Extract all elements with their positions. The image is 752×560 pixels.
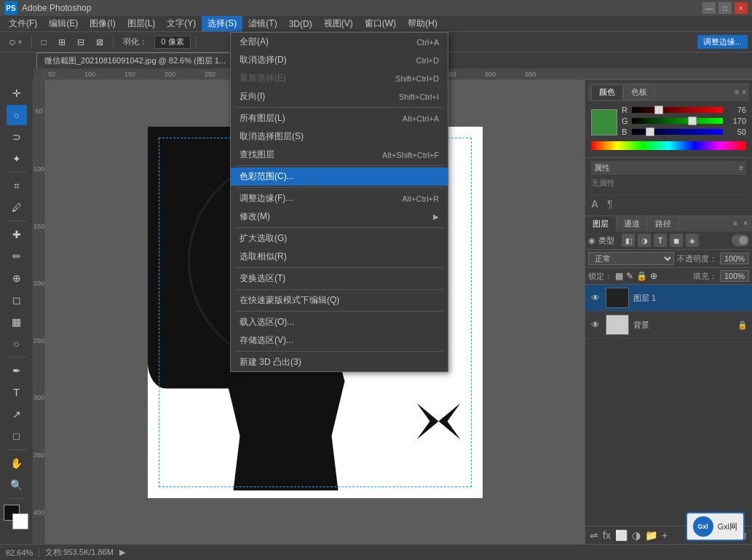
brush-tool[interactable]: ✏ xyxy=(7,246,27,267)
menu-filter[interactable]: 滤镜(T) xyxy=(242,16,282,31)
lock-all-icon[interactable]: 🔒 xyxy=(636,271,647,281)
menu-transform-selection[interactable]: 变换选区(T) xyxy=(231,269,448,288)
tab-swatches[interactable]: 色板 xyxy=(623,84,655,100)
crop-tool[interactable]: ⌗ xyxy=(7,176,27,196)
panel-menu-icon[interactable]: ≡ xyxy=(735,88,739,96)
move-tool[interactable]: ✛ xyxy=(7,83,27,103)
hand-tool[interactable]: ✋ xyxy=(7,453,27,473)
subtract-selection-icon[interactable]: ⊟ xyxy=(73,36,89,49)
color-spectrum-bar[interactable] xyxy=(591,141,746,150)
add-mask-icon[interactable]: ⬜ xyxy=(615,529,628,541)
layer-1-visibility[interactable]: 👁 xyxy=(590,292,601,304)
magic-wand-tool[interactable]: ✦ xyxy=(7,149,27,169)
green-slider[interactable] xyxy=(632,118,723,124)
menu-inverse[interactable]: 反向(I) Shift+Ctrl+I xyxy=(231,87,448,106)
red-slider[interactable] xyxy=(632,107,723,113)
menu-layer[interactable]: 图层(L) xyxy=(122,16,162,31)
lock-art-icon[interactable]: ⊕ xyxy=(650,271,657,281)
menu-save-selection[interactable]: 存储选区(V)... xyxy=(231,331,448,350)
marquee-tool[interactable]: ○ xyxy=(7,105,27,125)
type-tool[interactable]: T xyxy=(7,382,27,403)
blue-thumb[interactable] xyxy=(646,127,654,136)
green-thumb[interactable] xyxy=(688,117,697,125)
tab-channels[interactable]: 通道 xyxy=(617,216,648,232)
lock-position-icon[interactable]: ✎ xyxy=(626,271,633,281)
gradient-tool[interactable]: ▦ xyxy=(7,312,27,332)
pen-tool[interactable]: ✒ xyxy=(7,360,27,381)
clone-tool[interactable]: ⊕ xyxy=(7,268,27,288)
menu-refine-edge[interactable]: 调整边缘(F)... Alt+Ctrl+R xyxy=(231,189,448,208)
create-group-icon[interactable]: 📁 xyxy=(645,529,657,541)
layer-2-visibility[interactable]: 👁 xyxy=(590,319,601,331)
zoom-tool[interactable]: 🔍 xyxy=(7,475,27,495)
menu-find-layer[interactable]: 查找图层 Alt+Shift+Ctrl+F xyxy=(231,146,448,164)
new-selection-icon[interactable]: □ xyxy=(37,36,51,49)
menu-all-layers[interactable]: 所有图层(L) Alt+Ctrl+A xyxy=(231,109,448,127)
tab-paths[interactable]: 路径 xyxy=(648,216,679,232)
menu-window[interactable]: 窗口(W) xyxy=(359,16,402,31)
background-color[interactable] xyxy=(12,513,28,529)
file-tab-active[interactable]: 微信截图_20210816091042.jpg @ 82.6% (图层 1... xyxy=(36,52,234,68)
blue-slider[interactable] xyxy=(632,129,723,135)
menu-similar[interactable]: 选取相似(R) xyxy=(231,248,448,266)
menu-select[interactable]: 选择(S) xyxy=(202,16,242,31)
filter-shape-icon[interactable]: ◼ xyxy=(670,234,683,247)
new-layer-icon[interactable]: + xyxy=(662,529,668,541)
layer-row-1[interactable]: 👁 图层 1 xyxy=(585,285,752,312)
layers-menu-icon[interactable]: ≡ xyxy=(732,218,739,230)
filter-toggle[interactable] xyxy=(732,234,749,246)
menu-help[interactable]: 帮助(H) xyxy=(402,16,443,31)
menu-3d[interactable]: 3D(D) xyxy=(283,17,318,31)
adjust-edge-button[interactable]: 调整边缘... xyxy=(697,35,748,49)
menu-image[interactable]: 图像(I) xyxy=(84,16,121,31)
maximize-button[interactable]: □ xyxy=(719,2,732,14)
filter-smart-icon[interactable]: ◈ xyxy=(686,234,699,247)
menu-modify[interactable]: 修改(M) ▶ xyxy=(231,208,448,226)
menu-select-all[interactable]: 全部(A) Ctrl+A xyxy=(231,33,448,51)
menu-grow[interactable]: 扩大选取(G) xyxy=(231,229,448,248)
eraser-tool[interactable]: ◻ xyxy=(7,290,27,310)
tab-color[interactable]: 颜色 xyxy=(591,84,623,100)
opacity-input[interactable] xyxy=(720,253,749,264)
add-style-icon[interactable]: fx xyxy=(603,529,611,541)
menu-load-selection[interactable]: 载入选区(O)... xyxy=(231,313,448,331)
menu-new-3d[interactable]: 新建 3D 凸出(3) xyxy=(231,353,448,371)
heal-tool[interactable]: ✚ xyxy=(7,224,27,245)
panel-close-icon[interactable]: × xyxy=(742,88,746,96)
minimize-button[interactable]: — xyxy=(702,2,716,14)
intersect-selection-icon[interactable]: ⊠ xyxy=(92,36,108,49)
menu-deselect-layers[interactable]: 取消选择图层(S) xyxy=(231,127,448,146)
red-thumb[interactable] xyxy=(654,106,663,114)
tab-layers[interactable]: 图层 xyxy=(585,216,617,232)
menu-edit[interactable]: 编辑(E) xyxy=(43,16,84,31)
layers-close-icon[interactable]: × xyxy=(742,218,749,230)
eyedropper-tool[interactable]: 🖊 xyxy=(7,197,27,218)
add-selection-icon[interactable]: ⊞ xyxy=(54,36,70,49)
link-layers-icon[interactable]: ⇌ xyxy=(590,529,598,541)
status-arrow[interactable]: ▶ xyxy=(119,548,125,557)
fill-input[interactable] xyxy=(720,270,749,282)
menu-view[interactable]: 视图(V) xyxy=(318,16,359,31)
menu-color-range[interactable]: 色彩范围(C)... xyxy=(231,167,448,186)
color-swatches[interactable] xyxy=(4,505,30,531)
close-button[interactable]: × xyxy=(735,2,748,14)
menu-file[interactable]: 文件(F) xyxy=(3,16,43,31)
path-select-tool[interactable]: ↗ xyxy=(7,404,27,425)
props-menu-icon[interactable]: ≡ xyxy=(739,164,743,172)
add-adjustment-icon[interactable]: ◑ xyxy=(632,529,641,541)
shape-tool[interactable]: □ xyxy=(7,426,27,446)
filter-adjust-icon[interactable]: ◑ xyxy=(638,234,651,247)
menu-quick-mask[interactable]: 在快速蒙版模式下编辑(Q) xyxy=(231,291,448,309)
dodge-tool[interactable]: ○ xyxy=(7,334,27,354)
lock-pixels-icon[interactable]: ▦ xyxy=(615,271,623,281)
menu-deselect[interactable]: 取消选择(D) Ctrl+D xyxy=(231,51,448,69)
current-color-swatch[interactable] xyxy=(591,109,617,135)
filter-pixel-icon[interactable]: ◧ xyxy=(622,234,635,247)
filter-text-icon[interactable]: T xyxy=(654,234,667,247)
menu-text[interactable]: 文字(Y) xyxy=(161,16,202,31)
feather-input[interactable] xyxy=(154,36,191,49)
titlebar-controls[interactable]: — □ × xyxy=(702,2,748,14)
lasso-tool[interactable]: ⊃ xyxy=(7,127,27,147)
blend-mode-select[interactable]: 正常 xyxy=(588,252,674,265)
layer-row-2[interactable]: 👁 背景 🔒 xyxy=(585,312,752,339)
